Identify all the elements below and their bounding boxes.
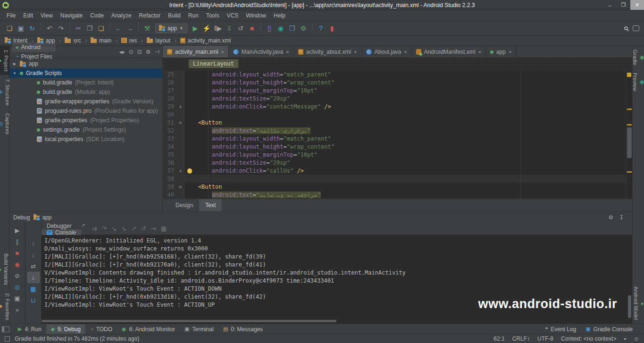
toolwindow-build-variants[interactable]: Build Variants ● [0, 250, 10, 289]
fold-marker[interactable]: ∧ [177, 167, 184, 175]
attach-debugger-icon[interactable]: ▯ [264, 23, 275, 33]
editor-mode-text[interactable]: Text [199, 199, 222, 211]
breadcrumb-res[interactable]: res › [120, 37, 146, 44]
close-tab-icon[interactable]: × [354, 49, 357, 55]
install-icon[interactable]: ⇩ [224, 23, 235, 33]
pause-icon[interactable]: ∥ [11, 236, 24, 247]
breadcrumb-layout[interactable]: layout › [146, 37, 179, 44]
undo-icon[interactable]: ↶ [44, 23, 55, 33]
device-monitor-icon[interactable]: ⚙ [298, 23, 309, 33]
debug-tab-debugger[interactable]: Debugger [42, 223, 81, 229]
hide-icon[interactable]: ⊣ [155, 49, 159, 55]
menu-item[interactable]: Analyze [108, 11, 135, 20]
toolwindow-event-log[interactable]: ❝ Event Log [540, 324, 581, 334]
editor-tab-androidmanifest-xml[interactable]: AndroidManifest.xml × [412, 46, 486, 58]
menu-item[interactable]: Tools [202, 11, 223, 20]
minimize-button[interactable]: – [603, 0, 617, 10]
stop-icon[interactable]: ■ [246, 23, 258, 33]
fold-marker[interactable] [177, 159, 184, 167]
search-everywhere-icon[interactable] [624, 26, 628, 30]
stop-icon[interactable]: ■ [11, 247, 24, 259]
tree-item-build-gradle-module[interactable]: build.gradle (Module: app) [9, 87, 162, 97]
close-tab-icon[interactable]: × [221, 49, 224, 55]
tree-item-local-properties[interactable]: local.properties (SDK Location) [9, 134, 162, 144]
fold-marker[interactable] [177, 175, 184, 183]
menu-item[interactable]: VCS [223, 11, 243, 20]
split-icon[interactable]: ◂▸ [119, 49, 125, 55]
open-icon[interactable]: ❏ [4, 23, 15, 33]
fold-marker[interactable] [177, 79, 184, 87]
copy-icon[interactable]: ❐ [84, 23, 95, 33]
sdk-manager-icon[interactable]: ❒ [286, 23, 298, 33]
step-into-icon[interactable]: ↘ [111, 225, 117, 232]
hide-panel-icon[interactable]: ↧ [619, 214, 624, 221]
fold-marker[interactable] [177, 127, 184, 135]
rerun-app-icon[interactable]: ▶ [11, 225, 24, 236]
fold-marker[interactable]: ∧ [177, 103, 184, 111]
layout-inspector-icon[interactable]: ▣ [11, 293, 24, 304]
toolwindow-messages[interactable]: ▤ 0: Messages [218, 324, 268, 334]
toolwindow-project[interactable]: 1: Project ● [0, 46, 10, 75]
tree-item-app[interactable]: ▶ app [9, 59, 162, 68]
logcat-console[interactable]: I/OpenGLRenderer: Initialized EGL, versi… [42, 235, 632, 324]
menu-item[interactable]: Navigate [57, 11, 86, 20]
breadcrumb-activity-main-xml[interactable]: activity_main.xml › [179, 37, 240, 44]
pin-tab-icon[interactable]: ↗ [81, 223, 85, 234]
sync-icon[interactable]: ↻ [26, 23, 38, 33]
tree-item-gradle-wrapper[interactable]: gradle-wrapper.properties (Gradle Versio… [9, 97, 162, 106]
scroll-to-end-icon[interactable]: ⇣ [27, 272, 40, 283]
toolwindow-terminal[interactable]: ▣ Terminal [180, 324, 218, 334]
help-icon[interactable]: ? [315, 23, 326, 33]
toolwindow-switcher-icon[interactable] [2, 326, 9, 332]
use-soft-wraps-icon[interactable]: ⇄ [27, 260, 40, 272]
run-configuration-selector[interactable]: app ▼ [155, 24, 187, 33]
line-ending-selector[interactable]: CRLF↕ [512, 335, 530, 342]
rerun-icon[interactable]: ↺ [235, 23, 246, 33]
toolwindow-preview[interactable]: ◉ Preview [631, 69, 644, 95]
toolwindow-gradle-console[interactable]: ▣ Gradle Console [581, 324, 637, 334]
toolwindow-run[interactable]: ▶ 4: Run [13, 324, 46, 334]
breadcrumb-src[interactable]: src › [64, 37, 90, 44]
redo-icon[interactable]: ↷ [55, 23, 67, 33]
tree-item-settings-gradle[interactable]: settings.gradle (Project Settings) [9, 125, 162, 134]
fold-marker[interactable] [177, 151, 184, 159]
file-encoding[interactable]: UTF-8 [537, 335, 553, 342]
breadcrumb-main[interactable]: main › [90, 37, 120, 44]
tree-item-gradle-properties[interactable]: gradle.properties (Project Properties) [9, 116, 162, 125]
instant-run-icon[interactable]: ⚡ [201, 23, 212, 33]
menu-item[interactable]: Edit [19, 11, 37, 20]
close-tab-icon[interactable]: × [286, 49, 289, 55]
toolwindow-debug[interactable]: ◆ 5: Debug [46, 324, 85, 334]
evaluate-expression-icon[interactable]: ▦ [161, 225, 167, 232]
settings-icon[interactable]: ⚙ [146, 49, 151, 55]
fold-marker[interactable]: ⊟ [177, 183, 184, 191]
fold-marker[interactable]: ⊟ [177, 119, 184, 127]
editor-tab-activity-about-xml[interactable]: activity_about.xml × [294, 46, 362, 58]
fold-marker[interactable] [177, 191, 184, 199]
genymotion-icon[interactable]: ▮ [326, 23, 338, 33]
intention-bulb-icon[interactable] [187, 168, 192, 173]
menu-item[interactable]: Refactor [135, 11, 164, 20]
toolwindow-android-model[interactable]: ● Android Model [632, 283, 644, 324]
screen-capture-icon[interactable]: ◎ [11, 281, 24, 293]
menu-item[interactable]: Build [164, 11, 184, 20]
drop-frame-icon[interactable]: ↺ [141, 225, 146, 232]
settings-icon[interactable]: ⚙ [608, 214, 613, 221]
run-icon[interactable]: ▶ [190, 23, 201, 33]
mute-breakpoints-icon[interactable]: ⊘ [11, 270, 24, 281]
fold-marker[interactable] [177, 95, 184, 103]
context-indicator[interactable]: Context: <no context> [561, 335, 616, 342]
paste-icon[interactable]: ❏ [95, 23, 107, 33]
build-icon[interactable]: ⚒ [142, 23, 153, 33]
tree-item-gradle-scripts[interactable]: ▼ Gradle Scripts [9, 68, 162, 78]
hector-inspections-icon[interactable]: ☺ [634, 335, 639, 342]
lock-icon[interactable]: ▪ [624, 335, 626, 342]
force-step-into-icon[interactable]: ⇘ [121, 225, 126, 232]
step-over-icon[interactable]: ↷ [101, 225, 107, 232]
editor-tab-mainactivity-java[interactable]: C MainActivity.java × [229, 46, 294, 58]
fold-marker[interactable] [177, 111, 184, 119]
editor-scrollbar-thumb[interactable] [627, 127, 632, 158]
close-tab-icon[interactable]: × [509, 49, 511, 55]
console-hscrollbar-thumb[interactable] [42, 320, 336, 322]
print-icon[interactable]: ▦ [27, 283, 40, 294]
